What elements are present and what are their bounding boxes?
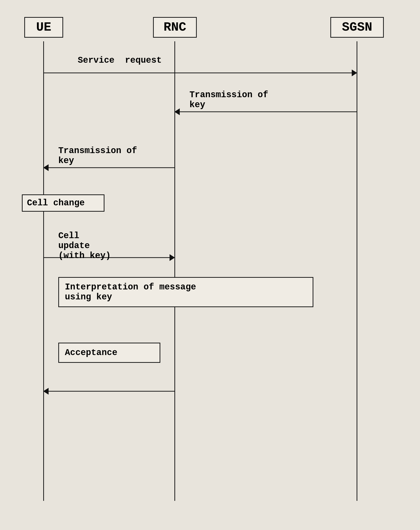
- svg-marker-1: [352, 70, 357, 76]
- msg5-label: Cellupdate(with key): [58, 231, 111, 261]
- msg2-label: Transmission ofkey: [189, 90, 268, 110]
- cell-change-box: Cell change: [22, 194, 104, 212]
- rnc-label: RNC: [163, 20, 186, 34]
- svg-marker-5: [43, 164, 49, 171]
- msg3-label: Transmission ofkey: [58, 146, 137, 166]
- ue-label: UE: [36, 20, 51, 34]
- msg1-arrow: [43, 66, 357, 80]
- acceptance-box: Acceptance: [58, 343, 160, 363]
- svg-marker-9: [43, 388, 49, 395]
- ue-lifeline: [43, 41, 44, 501]
- svg-marker-3: [174, 108, 180, 115]
- svg-marker-7: [170, 254, 175, 261]
- interpretation-box: Interpretation of messageusing key: [58, 277, 313, 307]
- diagram-container: UE RNC SGSN Service request Transmission…: [10, 10, 410, 520]
- entity-ue: UE: [24, 17, 63, 38]
- acceptance-arrow: [43, 384, 175, 398]
- entity-sgsn: SGSN: [330, 17, 384, 38]
- msg1-label: Service request: [78, 55, 162, 65]
- sgsn-label: SGSN: [342, 20, 372, 34]
- entity-rnc: RNC: [153, 17, 197, 38]
